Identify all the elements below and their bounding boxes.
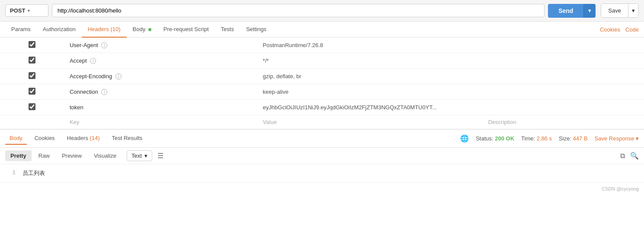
code-area: 1 员工列表 — [0, 164, 644, 182]
tab-authorization[interactable]: Authorization — [37, 22, 82, 38]
header-value-2: */* — [258, 53, 483, 69]
format-tab-pretty[interactable]: Pretty — [5, 150, 32, 161]
info-icon-4[interactable]: i — [101, 89, 107, 95]
status-value: 200 OK — [495, 135, 514, 142]
tab-tests[interactable]: Tests — [215, 22, 240, 38]
line-number-1: 1 — [7, 169, 16, 177]
header-checkbox-3[interactable] — [29, 72, 35, 79]
format-tab-raw[interactable]: Raw — [33, 150, 55, 161]
response-tab-cookies[interactable]: Cookies — [30, 132, 59, 145]
header-desc-2 — [483, 53, 644, 69]
size-label: Size: 447 B — [559, 135, 588, 142]
header-key-2: Accept i — [64, 53, 258, 69]
format-tab-preview[interactable]: Preview — [57, 150, 87, 161]
tab-prerequest[interactable]: Pre-request Script — [157, 22, 215, 38]
method-dropdown-icon: ▾ — [28, 8, 30, 13]
table-row: User-Agent i PostmanRuntime/7.26.8 — [0, 38, 644, 53]
tab-headers[interactable]: Headers (10) — [82, 22, 127, 38]
code-line-1: 1 员工列表 — [7, 169, 637, 177]
header-value-5: eyJhbGciOiJIUzI1NiJ9.eyJqdGkiOiIzM2FjZTM… — [258, 100, 483, 115]
line-content-1: 员工列表 — [22, 169, 45, 177]
info-icon-3[interactable]: i — [115, 73, 122, 79]
info-icon-1[interactable]: i — [101, 42, 107, 48]
header-key-4: Connection i — [64, 84, 258, 100]
body-dot — [148, 28, 151, 31]
empty-desc-placeholder[interactable]: Description — [483, 115, 644, 129]
format-tab-visualize[interactable]: Visualize — [89, 150, 122, 161]
method-select[interactable]: POST ▾ — [5, 4, 48, 17]
footer: CSDN @cycyong — [0, 182, 644, 195]
table-row: Accept-Encoding i gzip, deflate, br — [0, 69, 644, 84]
format-bar: Pretty Raw Preview Visualize Text ▾ ☰ ⧉ … — [0, 148, 644, 164]
cookies-link[interactable]: Cookies — [600, 26, 620, 33]
table-row: Connection i keep-alive — [0, 84, 644, 100]
tab-right: Cookies Code — [600, 26, 639, 33]
status-label: Status: 200 OK — [476, 135, 514, 142]
send-btn-group: Send ▾ — [548, 4, 596, 18]
body-actions: ⧉ 🔍 — [620, 152, 639, 160]
table-row-empty: Key Value Description — [0, 115, 644, 129]
header-checkbox-5[interactable] — [29, 103, 35, 110]
send-button[interactable]: Send — [548, 4, 583, 18]
headers-section: User-Agent i PostmanRuntime/7.26.8 Accep… — [0, 38, 644, 129]
header-desc-3 — [483, 69, 644, 84]
table-row: Accept i */* — [0, 53, 644, 69]
response-tab-test-results[interactable]: Test Results — [107, 132, 147, 145]
tab-settings[interactable]: Settings — [240, 22, 272, 38]
globe-icon: 🌐 — [460, 134, 469, 143]
response-tab-body[interactable]: Body — [5, 132, 27, 145]
header-checkbox-4[interactable] — [29, 88, 35, 95]
table-row: token eyJhbGciOiJIUzI1NiJ9.eyJqdGkiOiIzM… — [0, 100, 644, 115]
footer-credit: CSDN @cycyong — [602, 186, 639, 191]
send-dropdown-button[interactable]: ▾ — [583, 4, 596, 18]
header-checkbox-2[interactable] — [29, 57, 35, 64]
text-type-label: Text — [131, 153, 142, 159]
header-desc-4 — [483, 84, 644, 100]
empty-value-placeholder[interactable]: Value — [258, 115, 483, 129]
header-value-4: keep-alive — [258, 84, 483, 100]
wrap-icon[interactable]: ☰ — [157, 152, 163, 160]
time-value: 2.86 s — [537, 135, 552, 142]
tab-nav: Params Authorization Headers (10) Body P… — [0, 22, 644, 38]
save-button[interactable]: Save — [601, 4, 628, 17]
tab-body[interactable]: Body — [127, 22, 157, 38]
response-tab-headers[interactable]: Headers (14) — [63, 132, 104, 145]
copy-icon[interactable]: ⧉ — [620, 152, 625, 160]
search-icon[interactable]: 🔍 — [630, 152, 639, 160]
save-response-button[interactable]: Save Response ▾ — [595, 135, 639, 142]
response-headers-badge: (14) — [90, 135, 99, 141]
header-value-3: gzip, deflate, br — [258, 69, 483, 84]
header-value-1: PostmanRuntime/7.26.8 — [258, 38, 483, 53]
size-value: 447 B — [573, 135, 588, 142]
header-key-5: token — [64, 100, 258, 115]
empty-key-placeholder[interactable]: Key — [64, 115, 258, 129]
top-bar: POST ▾ Send ▾ Save ▾ — [0, 0, 644, 22]
time-label: Time: 2.86 s — [521, 135, 552, 142]
save-dropdown-button[interactable]: ▾ — [628, 4, 638, 17]
text-type-dropdown-icon: ▾ — [144, 153, 147, 159]
headers-table: User-Agent i PostmanRuntime/7.26.8 Accep… — [0, 38, 644, 129]
header-key-1: User-Agent i — [64, 38, 258, 53]
header-key-3: Accept-Encoding i — [64, 69, 258, 84]
response-bar: Body Cookies Headers (14) Test Results 🌐… — [0, 129, 644, 148]
tab-params[interactable]: Params — [5, 22, 37, 38]
save-btn-group: Save ▾ — [601, 3, 639, 18]
url-input[interactable] — [52, 4, 545, 17]
info-icon-2[interactable]: i — [90, 58, 96, 64]
code-link[interactable]: Code — [625, 26, 639, 33]
text-type-select[interactable]: Text ▾ — [127, 150, 152, 161]
header-checkbox-1[interactable] — [29, 41, 35, 48]
response-status: 🌐 Status: 200 OK Time: 2.86 s Size: 447 … — [460, 134, 639, 143]
header-desc-5 — [483, 100, 644, 115]
method-label: POST — [10, 7, 25, 14]
header-desc-1 — [483, 38, 644, 53]
headers-badge: (10) — [110, 26, 120, 32]
